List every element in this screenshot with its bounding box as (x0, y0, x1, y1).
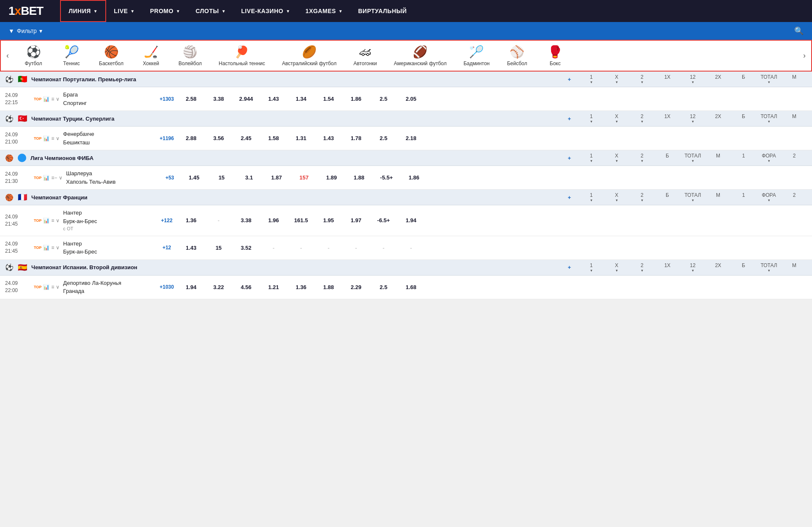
odds-1[interactable]: 1.36 (177, 215, 205, 225)
odds-2b[interactable]: 1.86 (400, 173, 428, 182)
sports-next-arrow[interactable]: › (798, 51, 811, 60)
sport-tennis[interactable]: 🎾 Теннис (52, 42, 91, 69)
league-expand[interactable]: + (568, 264, 571, 270)
search-button[interactable]: 🔍 (794, 26, 804, 36)
chevron-down-icon[interactable]: ∨ (56, 218, 60, 223)
odds-2[interactable]: 2.944 (232, 94, 260, 104)
chart-icon[interactable]: 📊 (43, 218, 49, 223)
odds-2b[interactable]: 1.94 (397, 215, 425, 225)
nav-live[interactable]: LIVE ▼ (106, 0, 143, 22)
odds-total[interactable]: 2.5 (370, 133, 397, 143)
odds-b[interactable]: 1.86 (342, 94, 370, 104)
odds-12[interactable]: 1.36 (287, 282, 315, 292)
odds-2x[interactable]: 1.54 (315, 94, 342, 104)
odds-m[interactable]: - (315, 243, 342, 253)
chevron-down-icon[interactable]: ∨ (56, 96, 60, 102)
odds-b[interactable]: 1.87 (263, 173, 290, 182)
odds-2[interactable]: 2.45 (232, 133, 260, 143)
nav-live-casino[interactable]: LIVE-КАЗИНО ▼ (233, 0, 298, 22)
sport-american-football[interactable]: 🏈 Американский футбол (385, 42, 455, 69)
odds-b[interactable]: 1.96 (260, 215, 287, 225)
sports-prev-arrow[interactable]: ‹ (1, 51, 14, 60)
league-expand[interactable]: + (568, 194, 571, 201)
match-count[interactable]: +122 (156, 218, 177, 223)
odds-1[interactable]: 2.58 (177, 94, 205, 104)
match-count[interactable]: +1030 (156, 284, 177, 290)
chevron-down-icon[interactable]: ∨ (56, 245, 60, 251)
match-count[interactable]: +12 (156, 245, 177, 251)
odds-total[interactable]: 157 (290, 173, 318, 182)
chart-icon[interactable]: 📊 (43, 245, 49, 251)
odds-1[interactable]: 2.88 (177, 133, 205, 143)
list-icon[interactable]: ≡ (51, 218, 54, 223)
sport-boxing[interactable]: 🥊 Бокс (536, 42, 574, 69)
match-count[interactable]: +1303 (156, 96, 177, 102)
league-expand[interactable]: + (568, 155, 571, 161)
odds-total[interactable]: - (287, 243, 315, 253)
odds-x[interactable]: 3.38 (205, 94, 232, 104)
sport-racing[interactable]: 🏎 Автогонки (345, 42, 386, 69)
match-count[interactable]: +1196 (156, 135, 177, 141)
list-icon[interactable]: ≡ (51, 135, 54, 141)
odds-12[interactable]: 1.34 (287, 94, 315, 104)
sport-baseball[interactable]: ⚾ Бейсбол (498, 42, 536, 69)
nav-virtual[interactable]: ВИРТУАЛЬНЫЙ (351, 0, 414, 22)
sport-aussie-football[interactable]: 🏉 Австралийский футбол (274, 42, 345, 69)
chart-icon[interactable]: 📊 (43, 135, 49, 141)
odds-x[interactable]: 3.56 (205, 133, 232, 143)
odds-1b[interactable]: 1.97 (342, 215, 370, 225)
odds-1b[interactable]: 1.88 (345, 173, 373, 182)
nav-promo[interactable]: PROMO ▼ (143, 0, 188, 22)
chevron-down-icon[interactable]: ∨ (59, 175, 63, 181)
odds-total[interactable]: 2.5 (370, 94, 397, 104)
sport-football[interactable]: ⚽ Футбол (14, 42, 52, 69)
odds-1[interactable]: 1.94 (177, 282, 205, 292)
sport-badminton[interactable]: 🏸 Бадминтон (455, 42, 498, 69)
nav-liniya[interactable]: ЛИНИЯ ▼ (60, 0, 106, 22)
chart-icon[interactable]: 📊 (43, 96, 49, 102)
sport-table-tennis[interactable]: 🏓 Настольный теннис (210, 42, 274, 69)
odds-2x[interactable]: 1.43 (315, 133, 342, 143)
league-expand[interactable]: + (568, 76, 571, 83)
odds-b[interactable]: 1.78 (342, 133, 370, 143)
match-count[interactable]: +53 (159, 175, 180, 181)
odds-m[interactable]: 2.18 (397, 133, 425, 143)
odds-1b[interactable]: - (342, 243, 370, 253)
odds-x[interactable]: 3.22 (205, 282, 232, 292)
odds-2x[interactable]: 1.88 (315, 282, 342, 292)
chart-icon[interactable]: 📊 (43, 175, 49, 181)
odds-12[interactable]: 1.31 (287, 133, 315, 143)
odds-m[interactable]: 1.68 (397, 282, 425, 292)
odds-1[interactable]: 1.45 (180, 173, 208, 182)
odds-1[interactable]: 1.43 (177, 243, 205, 253)
odds-2[interactable]: 4.56 (232, 282, 260, 292)
list-icon[interactable]: ≡ (51, 284, 54, 290)
odds-m[interactable]: 1.89 (318, 173, 345, 182)
sport-basketball[interactable]: 🏀 Баскетбол (91, 42, 132, 69)
odds-fora[interactable]: -5.5+ (373, 173, 400, 182)
chart-icon[interactable]: 📊 (43, 284, 49, 290)
odds-2[interactable]: 3.52 (232, 243, 260, 253)
odds-2[interactable]: 3.1 (235, 173, 263, 182)
odds-b[interactable]: - (260, 243, 287, 253)
list-icon[interactable]: ≡− (51, 175, 57, 181)
odds-2[interactable]: 3.38 (232, 215, 260, 225)
odds-2b[interactable]: - (397, 243, 425, 253)
odds-m[interactable]: 1.95 (315, 215, 342, 225)
odds-m[interactable]: 2.05 (397, 94, 425, 104)
odds-fora[interactable]: -6.5+ (370, 215, 397, 225)
league-expand[interactable]: + (568, 116, 571, 122)
odds-1x[interactable]: 1.43 (260, 94, 287, 104)
odds-1x[interactable]: 1.58 (260, 133, 287, 143)
odds-1x[interactable]: 1.21 (260, 282, 287, 292)
sport-hockey[interactable]: 🏒 Хоккей (132, 42, 170, 69)
filter-button[interactable]: ▼ Фильтр ▾ (8, 28, 42, 34)
nav-slots[interactable]: СЛОТЫ ▼ (188, 0, 234, 22)
list-icon[interactable]: ≡ (51, 96, 54, 102)
list-icon[interactable]: ≡ (51, 245, 54, 251)
chevron-down-icon[interactable]: ∨ (56, 284, 60, 290)
nav-1xgames[interactable]: 1XGAMES ▼ (298, 0, 350, 22)
odds-x[interactable]: 15 (205, 243, 232, 253)
odds-total[interactable]: 161.5 (287, 215, 315, 225)
chevron-down-icon[interactable]: ∨ (56, 135, 60, 141)
